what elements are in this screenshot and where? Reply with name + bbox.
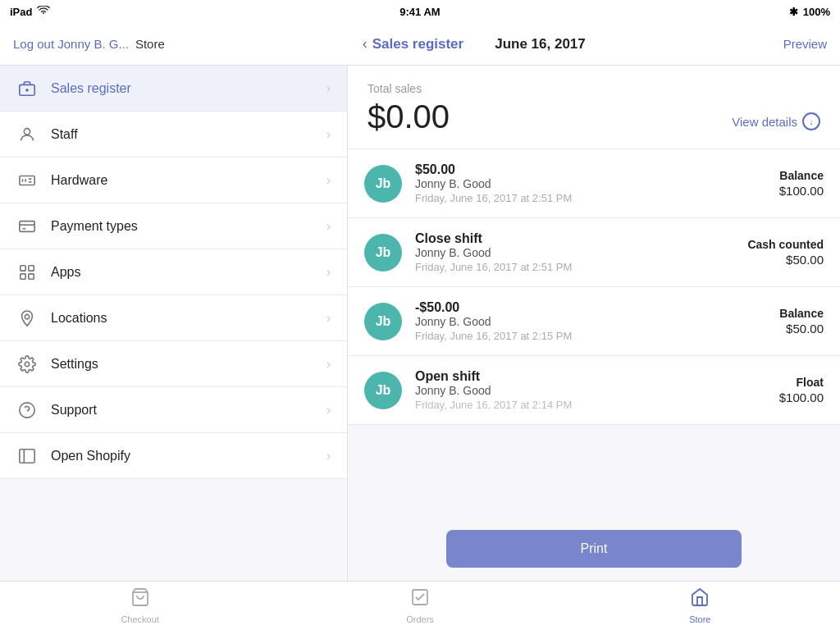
timeline: Jb $50.00 Jonny B. Good Friday, June 16,… bbox=[348, 149, 840, 517]
total-sales-amount: $0.00 bbox=[368, 98, 450, 135]
sidebar-item-staff[interactable]: Staff › bbox=[0, 112, 347, 158]
svg-rect-15 bbox=[29, 273, 34, 278]
avatar: Jb bbox=[364, 372, 402, 409]
sidebar-item-locations[interactable]: Locations › bbox=[0, 295, 347, 341]
print-section: Print bbox=[348, 517, 840, 581]
chevron-icon: › bbox=[326, 219, 331, 234]
chevron-icon: › bbox=[326, 173, 331, 188]
transaction-right-value: $100.00 bbox=[779, 184, 824, 198]
svg-point-17 bbox=[25, 362, 30, 367]
top-nav: Log out Jonny B. G... Store ‹ Sales regi… bbox=[0, 23, 840, 66]
tab-store-label: Store bbox=[689, 614, 710, 624]
print-button[interactable]: Print bbox=[446, 530, 742, 568]
avatar: Jb bbox=[364, 303, 402, 340]
status-bar: iPad 9:41 AM ✱ 100% bbox=[0, 0, 840, 23]
sidebar-item-open-shopify[interactable]: Open Shopify › bbox=[0, 433, 347, 479]
main-layout: Sales register › Staff › Hardware › bbox=[0, 66, 840, 581]
device-label: iPad bbox=[10, 6, 32, 18]
hardware-icon bbox=[16, 170, 38, 191]
locations-icon bbox=[16, 308, 38, 329]
chevron-icon: › bbox=[326, 265, 331, 280]
view-details-button[interactable]: View details ↓ bbox=[732, 112, 820, 135]
back-arrow-icon[interactable]: ‹ bbox=[363, 35, 368, 52]
transaction-date: Friday, June 16, 2017 at 2:51 PM bbox=[415, 192, 766, 204]
support-icon bbox=[16, 399, 38, 421]
avatar: Jb bbox=[364, 165, 402, 203]
store-label: Store bbox=[135, 37, 165, 51]
timeline-item[interactable]: Jb $50.00 Jonny B. Good Friday, June 16,… bbox=[348, 149, 840, 218]
bluetooth-icon: ✱ bbox=[789, 6, 798, 18]
avatar: Jb bbox=[364, 234, 402, 272]
tab-bar: Checkout Orders Store bbox=[0, 581, 840, 630]
transaction-right-label: Balance bbox=[779, 169, 824, 182]
checkout-icon bbox=[130, 587, 150, 612]
tab-store[interactable]: Store bbox=[659, 587, 741, 624]
transaction-right-value: $50.00 bbox=[747, 253, 824, 267]
transaction-name: Jonny B. Good bbox=[415, 246, 734, 259]
timeline-item[interactable]: Jb -$50.00 Jonny B. Good Friday, June 16… bbox=[348, 287, 840, 356]
sidebar-item-payment-types[interactable]: Payment types › bbox=[0, 203, 347, 249]
sidebar-item-support[interactable]: Support › bbox=[0, 387, 347, 433]
sidebar-item-settings[interactable]: Settings › bbox=[0, 341, 347, 387]
sidebar: Sales register › Staff › Hardware › bbox=[0, 66, 348, 581]
timeline-item[interactable]: Jb Close shift Jonny B. Good Friday, Jun… bbox=[348, 218, 840, 287]
chevron-icon: › bbox=[326, 357, 331, 372]
apps-icon bbox=[16, 262, 38, 283]
transaction-right-label: Cash counted bbox=[747, 238, 824, 251]
top-nav-center: ‹ Sales register June 16, 2017 bbox=[363, 35, 586, 52]
sidebar-item-label-locations: Locations bbox=[51, 311, 107, 326]
transaction-name: Jonny B. Good bbox=[415, 384, 766, 397]
sidebar-item-label-staff: Staff bbox=[51, 127, 78, 142]
open-shopify-icon bbox=[16, 445, 38, 467]
transaction-amount: $50.00 bbox=[415, 162, 766, 177]
tab-orders[interactable]: Orders bbox=[379, 587, 461, 624]
sidebar-item-hardware[interactable]: Hardware › bbox=[0, 158, 347, 203]
transaction-right-label: Float bbox=[779, 376, 824, 389]
transaction-right: Balance $100.00 bbox=[779, 169, 824, 198]
transaction-info: -$50.00 Jonny B. Good Friday, June 16, 2… bbox=[415, 300, 766, 342]
sidebar-item-label-hardware: Hardware bbox=[51, 173, 107, 188]
sidebar-item-sales-register[interactable]: Sales register › bbox=[0, 66, 347, 112]
transaction-info: $50.00 Jonny B. Good Friday, June 16, 20… bbox=[415, 162, 766, 204]
total-sales-header: Total sales $0.00 View details ↓ bbox=[348, 66, 840, 149]
transaction-right: Balance $50.00 bbox=[779, 307, 824, 336]
tab-checkout-label: Checkout bbox=[121, 614, 158, 624]
wifi-icon bbox=[37, 6, 50, 18]
svg-rect-20 bbox=[20, 449, 34, 463]
tab-checkout[interactable]: Checkout bbox=[99, 587, 181, 624]
transaction-name: Jonny B. Good bbox=[415, 177, 766, 190]
sidebar-item-apps[interactable]: Apps › bbox=[0, 249, 347, 295]
status-time: 9:41 AM bbox=[399, 6, 440, 18]
nav-title[interactable]: Sales register bbox=[372, 36, 464, 52]
svg-rect-12 bbox=[21, 265, 25, 270]
transaction-info: Open shift Jonny B. Good Friday, June 16… bbox=[415, 369, 766, 411]
sidebar-item-label-open-shopify: Open Shopify bbox=[51, 449, 130, 463]
svg-point-3 bbox=[24, 128, 30, 134]
chevron-icon: › bbox=[326, 311, 331, 326]
total-sales-label: Total sales bbox=[368, 82, 450, 95]
svg-rect-4 bbox=[20, 176, 34, 185]
store-icon bbox=[690, 587, 710, 612]
preview-button[interactable]: Preview bbox=[783, 37, 827, 51]
svg-point-18 bbox=[20, 402, 34, 417]
orders-icon bbox=[410, 587, 430, 612]
view-details-icon: ↓ bbox=[802, 112, 820, 130]
logout-button[interactable]: Log out Jonny B. G... bbox=[13, 37, 129, 51]
svg-rect-13 bbox=[29, 265, 34, 270]
content-area: Total sales $0.00 View details ↓ Jb $50.… bbox=[348, 66, 840, 581]
sales-register-icon bbox=[16, 78, 38, 99]
transaction-date: Friday, June 16, 2017 at 2:14 PM bbox=[415, 399, 766, 411]
timeline-item[interactable]: Jb Open shift Jonny B. Good Friday, June… bbox=[348, 356, 840, 425]
view-details-label: View details bbox=[732, 115, 797, 129]
transaction-date: Friday, June 16, 2017 at 2:51 PM bbox=[415, 261, 734, 273]
transaction-info: Close shift Jonny B. Good Friday, June 1… bbox=[415, 231, 734, 273]
transaction-amount: Close shift bbox=[415, 231, 734, 246]
chevron-icon: › bbox=[326, 127, 331, 142]
status-left: iPad bbox=[10, 6, 50, 18]
svg-rect-14 bbox=[21, 273, 25, 278]
chevron-icon: › bbox=[326, 449, 331, 463]
status-right: ✱ 100% bbox=[789, 6, 830, 18]
sidebar-item-label-sales-register: Sales register bbox=[51, 81, 131, 96]
sidebar-item-label-settings: Settings bbox=[51, 357, 98, 372]
transaction-name: Jonny B. Good bbox=[415, 315, 766, 328]
